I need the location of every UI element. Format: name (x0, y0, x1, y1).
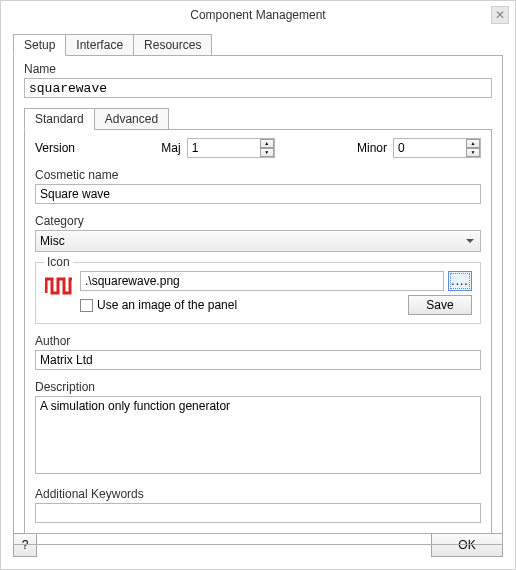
version-maj-label: Maj (161, 141, 180, 155)
cosmetic-input[interactable] (35, 184, 481, 204)
author-label: Author (35, 334, 481, 348)
tab-resources[interactable]: Resources (133, 34, 212, 56)
version-label: Version (35, 141, 75, 155)
icon-fieldset: Icon .... Use an image of the panel (35, 262, 481, 324)
title-bar: Component Management ✕ (1, 1, 515, 29)
setup-panel: Name Standard Advanced Version Maj ▲ ▼ (13, 55, 503, 545)
main-tabs: Setup Interface Resources (13, 34, 503, 56)
maj-spin-down[interactable]: ▼ (260, 148, 274, 157)
author-input[interactable] (35, 350, 481, 370)
category-value: Misc (40, 234, 65, 248)
tab-setup[interactable]: Setup (13, 34, 66, 56)
keywords-input[interactable] (35, 503, 481, 523)
use-panel-image-label: Use an image of the panel (97, 298, 237, 312)
icon-path-input[interactable] (80, 271, 444, 291)
icon-save-button[interactable]: Save (408, 295, 472, 315)
name-label: Name (24, 62, 492, 76)
description-label: Description (35, 380, 481, 394)
icon-legend: Icon (44, 255, 73, 269)
tab-advanced[interactable]: Advanced (94, 108, 169, 130)
minor-spin-up[interactable]: ▲ (466, 139, 480, 148)
name-input[interactable] (24, 78, 492, 98)
tab-interface[interactable]: Interface (65, 34, 134, 56)
tab-standard[interactable]: Standard (24, 108, 95, 130)
cosmetic-label: Cosmetic name (35, 168, 481, 182)
close-icon: ✕ (495, 8, 505, 22)
icon-browse-button[interactable]: .... (448, 271, 472, 291)
category-label: Category (35, 214, 481, 228)
inner-tabs: Standard Advanced (24, 108, 492, 130)
use-panel-image-checkbox[interactable] (80, 299, 93, 312)
squarewave-icon (44, 271, 74, 301)
description-textarea[interactable] (35, 396, 481, 474)
standard-panel: Version Maj ▲ ▼ Minor ▲ ▼ (24, 129, 492, 534)
keywords-label: Additional Keywords (35, 487, 481, 501)
version-minor-label: Minor (357, 141, 387, 155)
category-select[interactable]: Misc (35, 230, 481, 252)
window-title: Component Management (190, 8, 325, 22)
close-button[interactable]: ✕ (491, 6, 509, 24)
maj-spin-up[interactable]: ▲ (260, 139, 274, 148)
minor-spin-down[interactable]: ▼ (466, 148, 480, 157)
